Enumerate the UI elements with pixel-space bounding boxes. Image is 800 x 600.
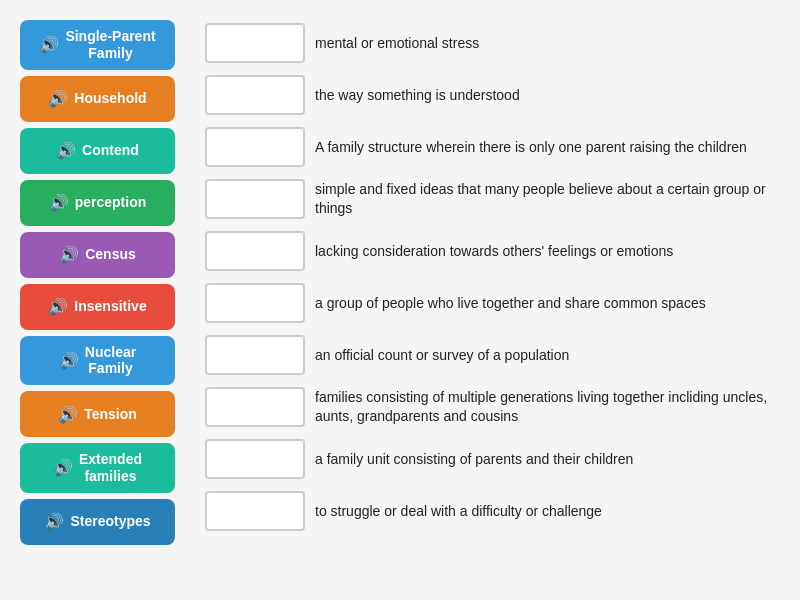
- answer-box-4[interactable]: [205, 179, 305, 219]
- speaker-icon: 🔊: [44, 512, 64, 531]
- definition-row-4: simple and fixed ideas that many people …: [205, 176, 780, 222]
- answer-box-7[interactable]: [205, 335, 305, 375]
- definition-row-9: a family unit consisting of parents and …: [205, 436, 780, 482]
- answer-box-3[interactable]: [205, 127, 305, 167]
- term-btn-nuclear-family[interactable]: 🔊NuclearFamily: [20, 336, 175, 386]
- term-label-contend: Contend: [82, 142, 139, 159]
- speaker-icon: 🔊: [59, 245, 79, 264]
- definition-text-6: a group of people who live together and …: [315, 294, 706, 313]
- term-label-insensitive: Insensitive: [74, 298, 146, 315]
- speaker-icon: 🔊: [39, 35, 59, 54]
- term-btn-perception[interactable]: 🔊perception: [20, 180, 175, 226]
- term-label-stereotypes: Stereotypes: [70, 513, 150, 530]
- definition-row-8: families consisting of multiple generati…: [205, 384, 780, 430]
- definition-text-8: families consisting of multiple generati…: [315, 388, 780, 426]
- answer-box-6[interactable]: [205, 283, 305, 323]
- term-label-census: Census: [85, 246, 136, 263]
- definition-text-5: lacking consideration towards others' fe…: [315, 242, 673, 261]
- definition-row-1: mental or emotional stress: [205, 20, 780, 66]
- speaker-icon: 🔊: [59, 351, 79, 370]
- definition-text-2: the way something is understood: [315, 86, 520, 105]
- definition-text-4: simple and fixed ideas that many people …: [315, 180, 780, 218]
- term-label-extended-families: Extendedfamilies: [79, 451, 142, 485]
- speaker-icon: 🔊: [58, 405, 78, 424]
- answer-box-9[interactable]: [205, 439, 305, 479]
- term-btn-single-parent-family[interactable]: 🔊Single-ParentFamily: [20, 20, 175, 70]
- definition-text-3: A family structure wherein there is only…: [315, 138, 747, 157]
- definition-text-1: mental or emotional stress: [315, 34, 479, 53]
- term-btn-census[interactable]: 🔊Census: [20, 232, 175, 278]
- answer-box-1[interactable]: [205, 23, 305, 63]
- definition-row-6: a group of people who live together and …: [205, 280, 780, 326]
- term-label-single-parent-family: Single-ParentFamily: [65, 28, 155, 62]
- term-btn-insensitive[interactable]: 🔊Insensitive: [20, 284, 175, 330]
- speaker-icon: 🔊: [49, 193, 69, 212]
- term-btn-contend[interactable]: 🔊Contend: [20, 128, 175, 174]
- speaker-icon: 🔊: [48, 89, 68, 108]
- main-container: 🔊Single-ParentFamily🔊Household🔊Contend🔊p…: [20, 20, 780, 545]
- term-btn-tension[interactable]: 🔊Tension: [20, 391, 175, 437]
- definition-row-5: lacking consideration towards others' fe…: [205, 228, 780, 274]
- answer-box-2[interactable]: [205, 75, 305, 115]
- definition-row-2: the way something is understood: [205, 72, 780, 118]
- definition-text-9: a family unit consisting of parents and …: [315, 450, 633, 469]
- answer-box-8[interactable]: [205, 387, 305, 427]
- definition-text-10: to struggle or deal with a difficulty or…: [315, 502, 602, 521]
- term-label-perception: perception: [75, 194, 147, 211]
- speaker-icon: 🔊: [48, 297, 68, 316]
- answer-box-10[interactable]: [205, 491, 305, 531]
- term-label-household: Household: [74, 90, 146, 107]
- definition-row-10: to struggle or deal with a difficulty or…: [205, 488, 780, 534]
- definition-row-7: an official count or survey of a populat…: [205, 332, 780, 378]
- answer-box-5[interactable]: [205, 231, 305, 271]
- definition-text-7: an official count or survey of a populat…: [315, 346, 569, 365]
- definitions-column: mental or emotional stressthe way someth…: [205, 20, 780, 534]
- term-btn-household[interactable]: 🔊Household: [20, 76, 175, 122]
- term-label-tension: Tension: [84, 406, 137, 423]
- terms-column: 🔊Single-ParentFamily🔊Household🔊Contend🔊p…: [20, 20, 175, 545]
- term-label-nuclear-family: NuclearFamily: [85, 344, 136, 378]
- speaker-icon: 🔊: [56, 141, 76, 160]
- term-btn-stereotypes[interactable]: 🔊Stereotypes: [20, 499, 175, 545]
- term-btn-extended-families[interactable]: 🔊Extendedfamilies: [20, 443, 175, 493]
- definition-row-3: A family structure wherein there is only…: [205, 124, 780, 170]
- speaker-icon: 🔊: [53, 458, 73, 477]
